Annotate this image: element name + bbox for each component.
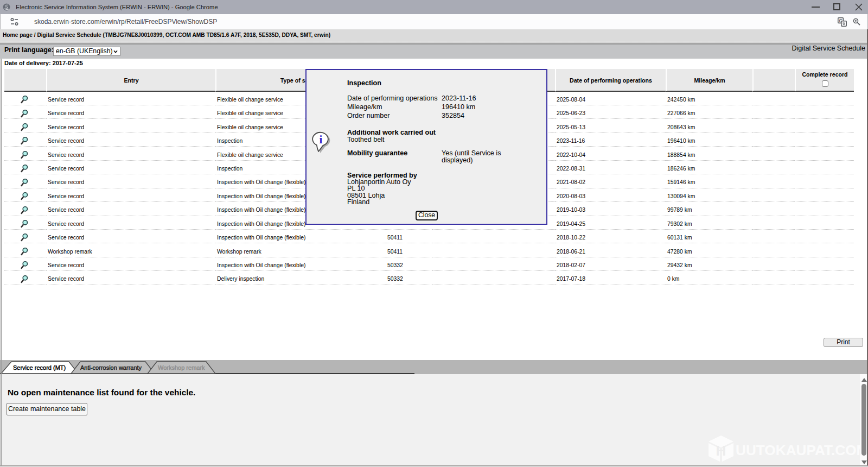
- svg-text:H: H: [716, 443, 726, 459]
- svg-text:i: i: [320, 133, 323, 146]
